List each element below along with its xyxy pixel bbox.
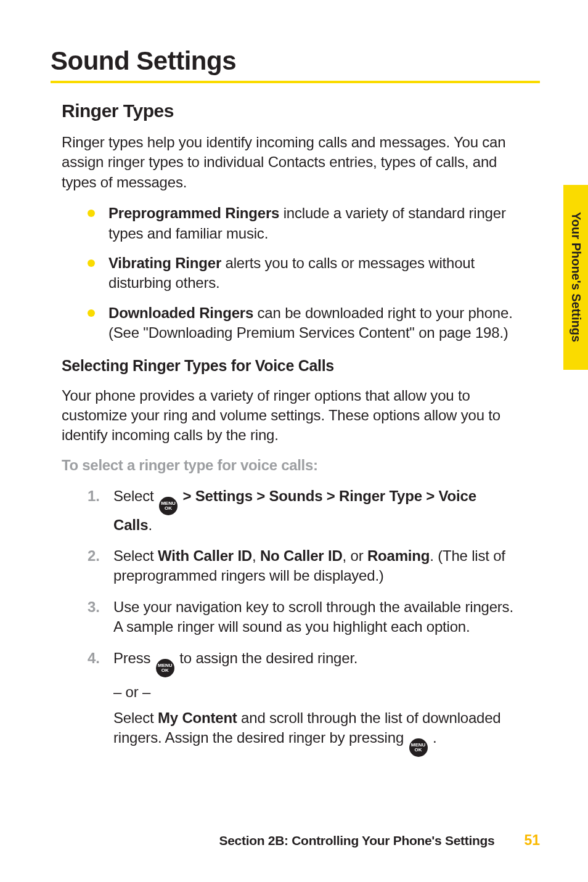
step-text: Use your navigation key to scroll throug… <box>113 598 513 635</box>
step-text: , or <box>343 547 367 564</box>
footer-section: Section 2B: Controlling Your Phone's Set… <box>219 833 494 848</box>
bullet-bold: Vibrating Ringer <box>108 255 221 271</box>
step-text: to assign the desired ringer. <box>176 650 358 666</box>
step-text: , <box>252 547 260 564</box>
step-number: 1. <box>88 486 100 506</box>
icon-line2: OK <box>415 747 422 753</box>
footer-page-number: 51 <box>524 832 540 849</box>
step-item: 3. Use your navigation key to scroll thr… <box>88 597 515 637</box>
icon-line2: OK <box>161 668 169 673</box>
bullet-item: Preprogrammed Ringers include a variety … <box>88 203 515 243</box>
body-paragraph: Your phone provides a variety of ringer … <box>62 386 515 446</box>
icon-line2: OK <box>165 505 172 511</box>
menu-ok-icon: MENUOK <box>409 738 428 757</box>
step-number: 2. <box>88 546 100 566</box>
step-text: Select <box>113 709 158 726</box>
section-heading: Ringer Types <box>62 100 540 121</box>
bullet-bold: Preprogrammed Ringers <box>108 205 279 221</box>
page-footer: Section 2B: Controlling Your Phone's Set… <box>0 832 588 849</box>
bullet-item: Downloaded Ringers can be downloaded rig… <box>88 303 515 343</box>
bullet-list: Preprogrammed Ringers include a variety … <box>88 203 515 343</box>
or-divider: – or – <box>113 682 515 702</box>
step-item: 1. Select MENUOK > Settings > Sounds > R… <box>88 486 515 535</box>
step-item: 2. Select With Caller ID, No Caller ID, … <box>88 546 515 586</box>
step-text: . <box>429 729 437 746</box>
step-text: Press <box>113 650 155 666</box>
menu-ok-icon: MENUOK <box>159 497 178 515</box>
intro-paragraph: Ringer types help you identify incoming … <box>62 133 515 192</box>
step-text: Select <box>113 488 158 504</box>
subsection-heading: Selecting Ringer Types for Voice Calls <box>62 357 540 375</box>
step-bold: No Caller ID <box>260 547 343 564</box>
step-number: 4. <box>88 648 100 668</box>
bullet-bold: Downloaded Ringers <box>108 304 253 321</box>
step-bold: Roaming <box>367 547 430 564</box>
bullet-item: Vibrating Ringer alerts you to calls or … <box>88 253 515 293</box>
step-text: Select <box>113 547 158 564</box>
step-bold: With Caller ID <box>158 547 252 564</box>
page-title: Sound Settings <box>51 46 540 83</box>
step-text: . <box>148 517 152 533</box>
step-bold: My Content <box>158 709 237 726</box>
step-item: 4. Press MENUOK to assign the desired ri… <box>88 648 515 757</box>
menu-ok-icon: MENUOK <box>156 659 174 677</box>
step-list: 1. Select MENUOK > Settings > Sounds > R… <box>88 486 515 757</box>
lead-text: To select a ringer type for voice calls: <box>62 457 515 474</box>
step-number: 3. <box>88 597 100 617</box>
page-content: Sound Settings Ringer Types Ringer types… <box>0 0 588 882</box>
